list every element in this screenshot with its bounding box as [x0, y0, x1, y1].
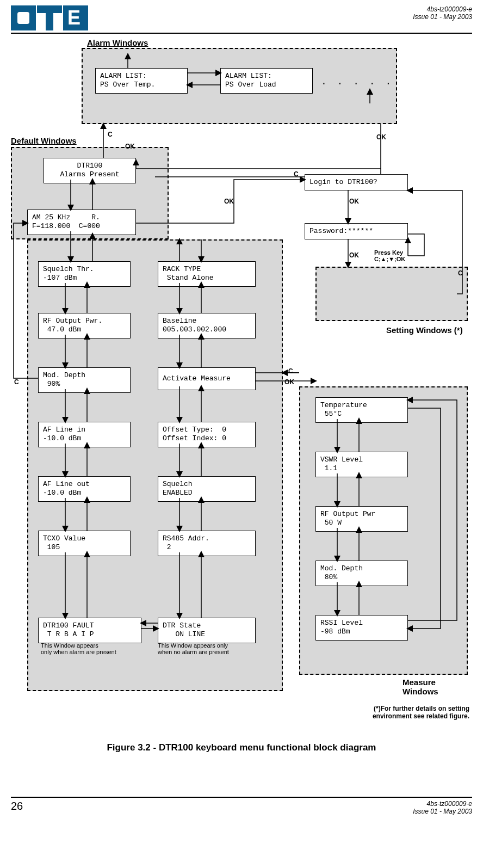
af-line-in: AF Line in -10.0 dBm	[38, 422, 131, 447]
ok-label-6: OK	[284, 378, 294, 386]
rf-output-pwr-m: RF Output Pwr 50 W	[315, 506, 408, 532]
ok-label-5: OK	[349, 251, 359, 259]
rf-output-power: RF Output Pwr. 47.0 dBm	[38, 313, 131, 338]
ok-label-4: OK	[349, 198, 359, 205]
rack-type: RACK TYPE Stand Alone	[158, 261, 256, 287]
diagram-area: Alarm Windows Default Windows Setting Wi…	[11, 38, 472, 735]
header-docref-block: 4bs-tz000009-e Issue 01 - May 2003	[413, 5, 472, 21]
c-label-5: C	[288, 367, 293, 375]
c-label-4: C	[14, 378, 19, 386]
squelch-enabled: Squelch ENABLED	[158, 476, 256, 502]
dtr100-fault: DTR100 FAULT T R B A I P	[38, 618, 141, 643]
activate-measure: Activate Measure	[158, 367, 256, 390]
c-label-2: C	[294, 170, 299, 178]
ok-label-3: OK	[224, 198, 234, 205]
setting-windows-region	[315, 267, 468, 321]
fault-note: This Window appears only when alarm are …	[41, 642, 116, 655]
alarm-list-1: ALARM LIST: PS Over Temp.	[95, 68, 188, 94]
page-footer: 26 4bs-tz000009-e Issue 01 - May 2003	[11, 797, 472, 815]
vswr-level: VSWR Level 1.1	[315, 452, 408, 477]
measure-windows-title: Measure Windows	[403, 678, 472, 696]
c-label-1: C	[108, 131, 113, 138]
footer-issue: Issue 01 - May 2003	[413, 808, 472, 815]
rs485-addr: RS485 Addr. 2	[158, 531, 256, 556]
alarm-ellipsis: . . . . .	[321, 76, 393, 87]
rssi-level: RSSI Level -98 dBm	[315, 615, 408, 641]
temperature: Temperature 55°C	[315, 397, 408, 423]
c-label-3: C	[458, 269, 463, 277]
login-prompt: Login to DTR100?	[305, 174, 408, 190]
am25-status: AM 25 KHz R. F=118.000 C=000	[27, 210, 136, 235]
mod-depth-m: Mod. Depth 80%	[315, 561, 408, 586]
ok-label-1: OK	[125, 143, 135, 150]
mod-depth: Mod. Depth 90%	[38, 367, 131, 393]
af-line-out: AF Line out -10.0 dBm	[38, 476, 131, 502]
page-number: 26	[11, 800, 23, 815]
press-key-label: Press Key	[374, 249, 403, 256]
figure-caption: Figure 3.2 - DTR100 keyboard menu functi…	[11, 742, 472, 753]
page-header: 4bs-tz000009-e Issue 01 - May 2003	[11, 5, 472, 34]
footer-docref: 4bs-tz000009-e	[413, 800, 472, 808]
header-issue: Issue 01 - May 2003	[413, 13, 472, 21]
password-prompt: Password:******	[305, 223, 408, 239]
press-key-label-2: C;▲;▼;OK	[374, 256, 405, 262]
alarm-list-2: ALARM LIST: PS Over Load	[220, 68, 313, 94]
header-docref: 4bs-tz000009-e	[413, 5, 472, 13]
ote-logo	[11, 5, 88, 30]
setting-windows-title: Setting Windows (*)	[386, 325, 463, 335]
offset-settings: Offset Type: 0 Offset Index: 0	[158, 422, 256, 447]
dtr100-alarms-present: DTR100 Alarms Present	[44, 158, 136, 183]
tcxo-value: TCXO Value 105	[38, 531, 131, 556]
setting-footnote: (*)For further details on setting enviro…	[373, 705, 469, 720]
default-windows-title: Default Windows	[11, 136, 77, 145]
ok-label-2: OK	[376, 133, 386, 141]
squelch-threshold: Squelch Thr. -107 dBm	[38, 261, 131, 287]
dtr-state: DTR State ON LINE	[158, 618, 256, 643]
state-note: This Window appears only when no alarm a…	[158, 642, 229, 655]
baseline: Baseline 005.003.002.000	[158, 313, 256, 338]
alarm-windows-title: Alarm Windows	[87, 38, 148, 47]
